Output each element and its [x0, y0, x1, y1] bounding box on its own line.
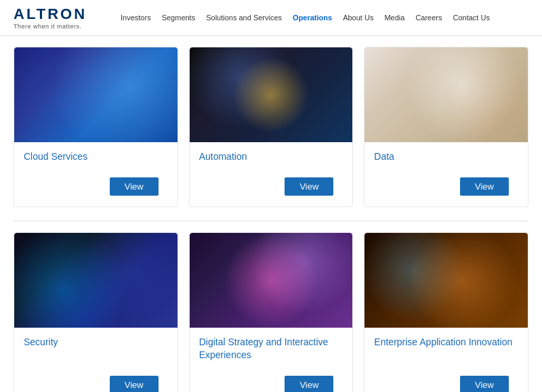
nav-operations[interactable]: Operations [287, 11, 337, 24]
logo-text: ALTRON [14, 5, 95, 23]
card-digital-view-button[interactable]: View [285, 376, 333, 392]
card-cloud-body: Cloud Services [14, 142, 178, 172]
card-enterprise-body: Enterprise Application Innovation [364, 328, 528, 370]
row-divider [14, 221, 528, 221]
nav-media[interactable]: Media [379, 11, 410, 24]
main-nav: Investors Segments Solutions and Service… [115, 11, 495, 24]
card-automation-image [190, 47, 353, 142]
card-grid-row1: Cloud Services View Automation View Data… [14, 47, 528, 207]
card-automation-body: Automation [190, 142, 353, 172]
card-data-body: Data [364, 142, 528, 172]
card-digital: Digital Strategy and Interactive Experie… [189, 232, 354, 392]
card-automation-view-button[interactable]: View [285, 177, 333, 196]
card-enterprise: Enterprise Application Innovation View [364, 232, 528, 392]
nav-careers[interactable]: Careers [410, 11, 447, 24]
nav-segments[interactable]: Segments [157, 11, 201, 24]
card-enterprise-view-button[interactable]: View [460, 376, 509, 392]
card-data-image [364, 47, 528, 142]
card-data: Data View [364, 47, 528, 207]
card-security-title: Security [24, 336, 168, 349]
card-cloud-view-button[interactable]: View [110, 177, 159, 196]
card-digital-footer: View [190, 370, 353, 392]
logo-tagline: There when it matters. [14, 23, 95, 30]
card-enterprise-title: Enterprise Application Innovation [374, 336, 518, 349]
card-security-footer: View [14, 370, 178, 392]
card-digital-title: Digital Strategy and Interactive Experie… [199, 336, 343, 362]
card-digital-image [190, 233, 353, 328]
card-cloud-footer: View [14, 172, 178, 196]
card-automation-title: Automation [199, 150, 343, 164]
card-security-view-button[interactable]: View [110, 376, 159, 392]
card-security-image [14, 233, 178, 328]
nav-contact[interactable]: Contact Us [448, 11, 495, 24]
card-grid-row2: Security View Digital Strategy and Inter… [14, 232, 528, 392]
card-security-body: Security [14, 328, 178, 370]
card-cloud-title: Cloud Services [24, 150, 168, 164]
nav-about[interactable]: About Us [337, 11, 379, 24]
card-enterprise-footer: View [364, 370, 528, 392]
card-security: Security View [14, 232, 178, 392]
site-header: ALTRON There when it matters. Investors … [0, 0, 542, 36]
card-data-title: Data [374, 150, 518, 164]
card-data-footer: View [364, 172, 528, 196]
card-automation: Automation View [189, 47, 354, 207]
card-digital-body: Digital Strategy and Interactive Experie… [190, 328, 353, 370]
main-content: Cloud Services View Automation View Data… [0, 36, 542, 392]
card-data-view-button[interactable]: View [460, 177, 509, 196]
nav-investors[interactable]: Investors [115, 11, 157, 24]
card-cloud-image [14, 47, 178, 142]
nav-solutions[interactable]: Solutions and Services [201, 11, 287, 24]
card-cloud: Cloud Services View [14, 47, 178, 207]
card-enterprise-image [364, 233, 528, 328]
logo-area: ALTRON There when it matters. [14, 5, 95, 30]
card-automation-footer: View [190, 172, 353, 196]
